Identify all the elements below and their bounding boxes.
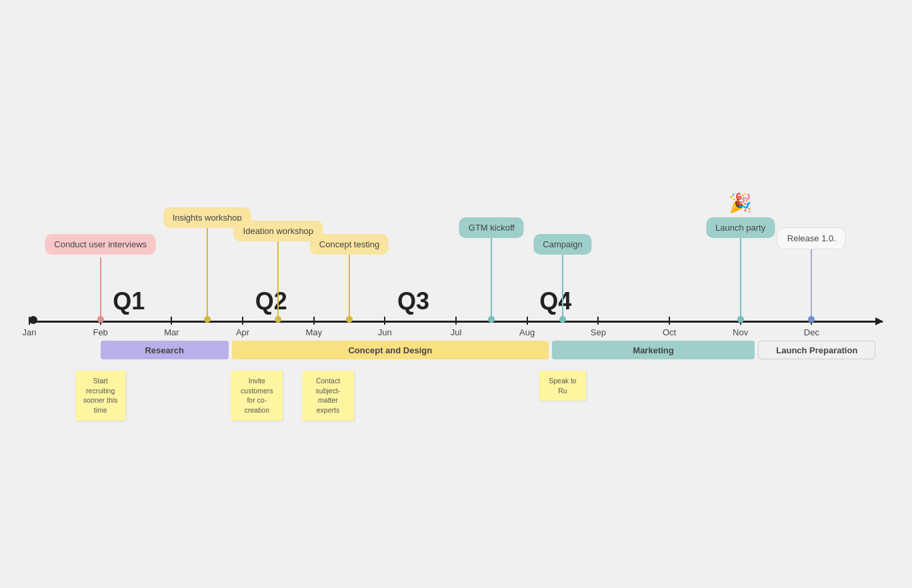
timeline-dot-conduct-user	[97, 316, 104, 323]
month-label-feb: Feb	[93, 327, 107, 337]
month-label-oct: Oct	[663, 327, 676, 337]
timeline-wrapper: JanFebMarAprMayJunJulAugSepOctNovDecQ1Q2…	[29, 141, 883, 474]
month-label-nov: Nov	[733, 327, 748, 337]
connector-release	[811, 246, 812, 319]
sticky-note-invite[interactable]: Invite customers for co-creation	[231, 371, 283, 421]
phase-bar-launch-prep[interactable]: Launch Preparation	[758, 341, 875, 359]
phase-bar-research[interactable]: Research	[101, 341, 229, 359]
tick-mar	[171, 317, 172, 325]
tick-jun	[384, 317, 385, 325]
event-bubble-concept-testing[interactable]: Concept testing	[310, 234, 389, 255]
timeline-dot-launch-party	[737, 316, 744, 323]
quarter-label-q3: Q3	[397, 287, 429, 315]
connector-ideation-workshop	[277, 239, 279, 319]
month-label-sep: Sep	[591, 327, 606, 337]
tick-apr	[242, 317, 243, 325]
event-bubble-gtm-kickoff[interactable]: GTM kickoff	[459, 217, 524, 238]
timeline-start-dot	[29, 316, 37, 324]
connector-concept-testing	[349, 253, 350, 319]
timeline-dot-campaign	[559, 316, 566, 323]
month-label-jul: Jul	[451, 327, 462, 337]
tick-aug	[527, 317, 528, 325]
connector-insights-workshop	[207, 226, 208, 319]
month-label-dec: Dec	[804, 327, 819, 337]
timeline-dot-concept-testing	[346, 316, 353, 323]
tick-oct	[669, 317, 670, 325]
event-bubble-release[interactable]: Release 1.0.	[777, 227, 846, 249]
phase-bar-concept-design[interactable]: Concept and Design	[232, 341, 549, 359]
connector-conduct-user	[100, 257, 101, 319]
quarter-label-q2: Q2	[255, 287, 287, 315]
timeline-container: JanFebMarAprMayJunJulAugSepOctNovDecQ1Q2…	[0, 0, 912, 588]
timeline-dot-insights-workshop	[204, 316, 211, 323]
quarter-label-q1: Q1	[113, 287, 145, 315]
month-label-jan: Jan	[23, 327, 37, 337]
tick-jul	[455, 317, 457, 325]
timeline-dot-ideation-workshop	[275, 316, 281, 323]
sticky-note-recruit[interactable]: Start recruiting sooner this time	[75, 371, 125, 421]
party-popper-icon: 🎉	[729, 192, 752, 214]
sticky-note-speak[interactable]: Speak to Ru	[539, 371, 586, 401]
connector-launch-party	[740, 236, 741, 319]
tick-may	[313, 317, 315, 325]
month-label-mar: Mar	[164, 327, 179, 337]
event-bubble-ideation-workshop[interactable]: Ideation workshop	[234, 221, 323, 241]
event-bubble-launch-party[interactable]: Launch party	[706, 217, 775, 238]
month-label-apr: Apr	[236, 327, 249, 337]
event-bubble-conduct-user[interactable]: Conduct user interviews	[45, 234, 156, 255]
sticky-note-contact[interactable]: Contact subject-matter experts	[302, 371, 354, 421]
month-label-jun: Jun	[378, 327, 392, 337]
event-bubble-campaign[interactable]: Campaign	[533, 234, 591, 255]
month-label-may: May	[305, 327, 322, 337]
timeline-dot-gtm-kickoff	[488, 316, 495, 323]
timeline-dot-release	[808, 316, 815, 323]
connector-campaign	[562, 253, 563, 319]
connector-gtm-kickoff	[491, 236, 492, 319]
quarter-label-q4: Q4	[539, 287, 571, 315]
tick-sep	[597, 317, 599, 325]
phase-bar-marketing[interactable]: Marketing	[552, 341, 755, 359]
month-label-aug: Aug	[519, 327, 535, 337]
